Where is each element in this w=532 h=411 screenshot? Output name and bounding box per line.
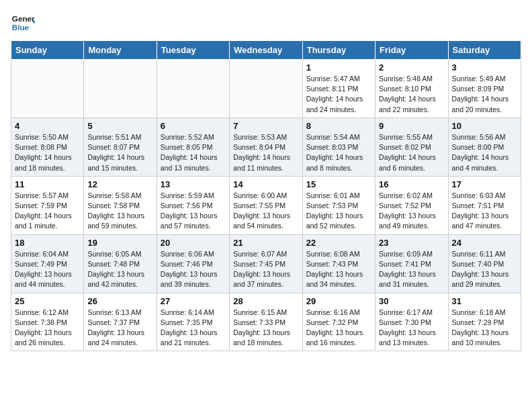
calendar-cell: 26Sunrise: 6:13 AM Sunset: 7:37 PM Dayli… [84,293,157,351]
col-header-friday: Friday [375,41,448,60]
calendar-cell: 2Sunrise: 5:48 AM Sunset: 8:10 PM Daylig… [375,60,448,118]
logo-icon: General Blue [11,11,35,35]
logo: General Blue [11,11,35,35]
day-number: 2 [379,62,444,73]
day-number: 1 [306,62,371,73]
day-number: 22 [306,238,371,248]
col-header-monday: Monday [84,41,157,60]
day-info: Sunrise: 6:13 AM Sunset: 7:37 PM Dayligh… [87,308,152,349]
day-info: Sunrise: 6:08 AM Sunset: 7:43 PM Dayligh… [306,249,371,290]
calendar-cell: 22Sunrise: 6:08 AM Sunset: 7:43 PM Dayli… [302,234,375,293]
day-info: Sunrise: 6:12 AM Sunset: 7:38 PM Dayligh… [15,308,80,349]
calendar-cell [230,60,302,118]
day-info: Sunrise: 6:16 AM Sunset: 7:32 PM Dayligh… [306,308,371,349]
calendar-cell: 28Sunrise: 6:15 AM Sunset: 7:33 PM Dayli… [230,293,302,351]
calendar-cell: 29Sunrise: 6:16 AM Sunset: 7:32 PM Dayli… [302,293,375,351]
day-info: Sunrise: 6:06 AM Sunset: 7:46 PM Dayligh… [161,249,226,290]
day-info: Sunrise: 5:51 AM Sunset: 8:07 PM Dayligh… [87,132,152,173]
day-number: 31 [452,296,517,306]
calendar-cell: 27Sunrise: 6:14 AM Sunset: 7:35 PM Dayli… [157,293,229,351]
calendar-cell: 12Sunrise: 5:58 AM Sunset: 7:58 PM Dayli… [84,176,157,234]
day-number: 29 [306,296,371,306]
day-info: Sunrise: 6:11 AM Sunset: 7:40 PM Dayligh… [452,249,517,290]
day-number: 18 [15,238,80,248]
week-row-2: 4Sunrise: 5:50 AM Sunset: 8:08 PM Daylig… [11,118,521,176]
day-info: Sunrise: 6:05 AM Sunset: 7:48 PM Dayligh… [87,249,152,290]
day-info: Sunrise: 5:59 AM Sunset: 7:56 PM Dayligh… [161,191,226,232]
day-info: Sunrise: 5:49 AM Sunset: 8:09 PM Dayligh… [452,74,517,115]
day-info: Sunrise: 5:47 AM Sunset: 8:11 PM Dayligh… [306,74,371,115]
calendar-cell [11,60,84,118]
calendar-cell: 11Sunrise: 5:57 AM Sunset: 7:59 PM Dayli… [11,176,84,234]
svg-text:Blue: Blue [12,23,30,32]
calendar-cell: 16Sunrise: 6:02 AM Sunset: 7:52 PM Dayli… [375,176,448,234]
day-info: Sunrise: 6:18 AM Sunset: 7:29 PM Dayligh… [452,308,517,349]
day-number: 7 [233,121,298,131]
day-info: Sunrise: 5:54 AM Sunset: 8:03 PM Dayligh… [306,132,371,173]
day-number: 3 [452,62,517,73]
week-row-1: 1Sunrise: 5:47 AM Sunset: 8:11 PM Daylig… [11,60,521,118]
day-number: 17 [452,179,517,189]
day-info: Sunrise: 5:57 AM Sunset: 7:59 PM Dayligh… [15,191,80,232]
week-row-3: 11Sunrise: 5:57 AM Sunset: 7:59 PM Dayli… [11,176,521,234]
calendar-cell: 17Sunrise: 6:03 AM Sunset: 7:51 PM Dayli… [448,176,521,234]
day-info: Sunrise: 5:58 AM Sunset: 7:58 PM Dayligh… [87,191,152,232]
calendar-cell: 3Sunrise: 5:49 AM Sunset: 8:09 PM Daylig… [448,60,521,118]
day-info: Sunrise: 5:55 AM Sunset: 8:02 PM Dayligh… [379,132,444,173]
svg-text:General: General [12,14,35,23]
day-info: Sunrise: 6:04 AM Sunset: 7:49 PM Dayligh… [15,249,80,290]
calendar-cell: 23Sunrise: 6:09 AM Sunset: 7:41 PM Dayli… [375,234,448,293]
day-info: Sunrise: 6:15 AM Sunset: 7:33 PM Dayligh… [233,308,298,349]
calendar-cell: 31Sunrise: 6:18 AM Sunset: 7:29 PM Dayli… [448,293,521,351]
header-row: SundayMondayTuesdayWednesdayThursdayFrid… [11,41,521,60]
day-number: 26 [87,296,152,306]
col-header-saturday: Saturday [448,41,521,60]
calendar-cell: 4Sunrise: 5:50 AM Sunset: 8:08 PM Daylig… [11,118,84,176]
day-number: 9 [379,121,444,131]
day-info: Sunrise: 6:07 AM Sunset: 7:45 PM Dayligh… [233,249,298,290]
calendar-cell: 20Sunrise: 6:06 AM Sunset: 7:46 PM Dayli… [157,234,229,293]
col-header-thursday: Thursday [302,41,375,60]
page-header: General Blue [11,11,521,35]
day-info: Sunrise: 5:56 AM Sunset: 8:00 PM Dayligh… [452,132,517,173]
calendar-table: SundayMondayTuesdayWednesdayThursdayFrid… [11,40,521,351]
day-info: Sunrise: 5:53 AM Sunset: 8:04 PM Dayligh… [233,132,298,173]
calendar-cell: 14Sunrise: 6:00 AM Sunset: 7:55 PM Dayli… [230,176,302,234]
day-number: 4 [15,121,80,131]
calendar-cell: 6Sunrise: 5:52 AM Sunset: 8:05 PM Daylig… [157,118,229,176]
day-number: 15 [306,179,371,189]
day-info: Sunrise: 5:52 AM Sunset: 8:05 PM Dayligh… [161,132,226,173]
day-info: Sunrise: 6:14 AM Sunset: 7:35 PM Dayligh… [161,308,226,349]
day-number: 12 [87,179,152,189]
col-header-wednesday: Wednesday [230,41,302,60]
day-number: 6 [161,121,226,131]
day-info: Sunrise: 6:01 AM Sunset: 7:53 PM Dayligh… [306,191,371,232]
day-info: Sunrise: 6:03 AM Sunset: 7:51 PM Dayligh… [452,191,517,232]
day-number: 30 [379,296,444,306]
day-number: 13 [161,179,226,189]
calendar-cell: 5Sunrise: 5:51 AM Sunset: 8:07 PM Daylig… [84,118,157,176]
calendar-cell: 15Sunrise: 6:01 AM Sunset: 7:53 PM Dayli… [302,176,375,234]
calendar-cell: 24Sunrise: 6:11 AM Sunset: 7:40 PM Dayli… [448,234,521,293]
day-info: Sunrise: 6:02 AM Sunset: 7:52 PM Dayligh… [379,191,444,232]
calendar-cell [84,60,157,118]
calendar-cell: 19Sunrise: 6:05 AM Sunset: 7:48 PM Dayli… [84,234,157,293]
col-header-sunday: Sunday [11,41,84,60]
day-number: 14 [233,179,298,189]
day-number: 25 [15,296,80,306]
day-info: Sunrise: 5:48 AM Sunset: 8:10 PM Dayligh… [379,74,444,115]
calendar-cell: 9Sunrise: 5:55 AM Sunset: 8:02 PM Daylig… [375,118,448,176]
day-number: 11 [15,179,80,189]
day-info: Sunrise: 6:17 AM Sunset: 7:30 PM Dayligh… [379,308,444,349]
calendar-cell [157,60,229,118]
week-row-4: 18Sunrise: 6:04 AM Sunset: 7:49 PM Dayli… [11,234,521,293]
day-number: 8 [306,121,371,131]
day-number: 20 [161,238,226,248]
calendar-cell: 10Sunrise: 5:56 AM Sunset: 8:00 PM Dayli… [448,118,521,176]
day-number: 27 [161,296,226,306]
day-info: Sunrise: 5:50 AM Sunset: 8:08 PM Dayligh… [15,132,80,173]
day-number: 5 [87,121,152,131]
day-number: 10 [452,121,517,131]
day-number: 21 [233,238,298,248]
calendar-cell: 21Sunrise: 6:07 AM Sunset: 7:45 PM Dayli… [230,234,302,293]
